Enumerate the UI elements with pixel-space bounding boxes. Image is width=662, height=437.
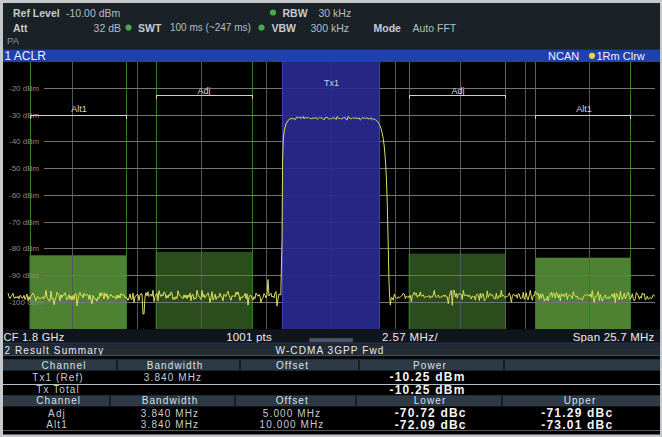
svg-text:NCAN: NCAN (548, 50, 579, 62)
svg-text:-60 dBm: -60 dBm (9, 191, 40, 200)
svg-text:Adj: Adj (451, 86, 464, 96)
svg-text:-20 dBm: -20 dBm (9, 84, 40, 93)
svg-text:30 kHz: 30 kHz (319, 7, 352, 19)
svg-text:Channel: Channel (42, 360, 87, 371)
svg-text:Alt1: Alt1 (576, 104, 592, 114)
svg-text:3.840 MHz: 3.840 MHz (144, 372, 202, 383)
svg-text:Auto FFT: Auto FFT (413, 22, 457, 34)
svg-text:2 Result Summary: 2 Result Summary (5, 345, 105, 356)
svg-text:Mode: Mode (374, 22, 402, 34)
svg-text:VBW: VBW (272, 22, 297, 34)
svg-text:-40 dBm: -40 dBm (9, 137, 40, 146)
svg-text:Att: Att (13, 22, 28, 34)
svg-text:1001 pts: 1001 pts (226, 331, 272, 343)
svg-text:Offset: Offset (276, 395, 309, 406)
svg-text:1 ACLR: 1 ACLR (5, 49, 47, 63)
svg-text:Adj: Adj (48, 408, 66, 419)
svg-text:-80 dBm: -80 dBm (9, 244, 40, 253)
svg-text:-50 dBm: -50 dBm (9, 164, 40, 173)
svg-text:Ref Level: Ref Level (13, 7, 60, 19)
svg-text:-10.00 dBm: -10.00 dBm (66, 7, 121, 19)
svg-text:Span 25.7 MHz: Span 25.7 MHz (573, 331, 655, 343)
svg-text:Bandwidth: Bandwidth (147, 360, 204, 371)
svg-text:Tx Total: Tx Total (36, 384, 80, 395)
svg-text:1Rm Clrw: 1Rm Clrw (597, 50, 645, 62)
svg-text:Channel: Channel (36, 395, 81, 406)
svg-text:2.57 MHz/: 2.57 MHz/ (382, 331, 438, 343)
svg-text:W-CDMA 3GPP Fwd: W-CDMA 3GPP Fwd (276, 345, 385, 356)
svg-text:100 ms (~247 ms): 100 ms (~247 ms) (170, 22, 251, 33)
svg-text:Alt1: Alt1 (71, 104, 87, 114)
svg-text:3.840 MHz: 3.840 MHz (141, 408, 199, 419)
svg-text:5.000 MHz: 5.000 MHz (263, 408, 321, 419)
svg-text:Tx1 (Ref): Tx1 (Ref) (32, 372, 84, 383)
svg-text:Upper: Upper (564, 395, 597, 406)
svg-text:SWT: SWT (138, 22, 162, 34)
svg-text:-73.01 dBc: -73.01 dBc (541, 418, 613, 432)
svg-text:-90 dBm: -90 dBm (9, 271, 40, 280)
svg-text:PA: PA (7, 35, 20, 46)
svg-text:Alt1: Alt1 (46, 419, 68, 430)
svg-text:Power: Power (413, 360, 447, 371)
svg-text:32 dB: 32 dB (94, 22, 121, 34)
svg-text:10.000 MHz: 10.000 MHz (260, 419, 325, 430)
svg-text:Lower: Lower (414, 395, 447, 406)
svg-text:Bandwidth: Bandwidth (142, 395, 199, 406)
svg-text:-70 dBm: -70 dBm (9, 218, 40, 227)
svg-text:-72.09 dBc: -72.09 dBc (395, 418, 467, 432)
svg-text:Tx1: Tx1 (324, 78, 339, 88)
svg-text:3.840 MHz: 3.840 MHz (141, 419, 199, 430)
svg-text:300 kHz: 300 kHz (311, 22, 350, 34)
svg-text:RBW: RBW (283, 7, 308, 19)
svg-text:CF 1.8 GHz: CF 1.8 GHz (4, 331, 65, 343)
svg-text:Offset: Offset (276, 360, 309, 371)
svg-text:Adj: Adj (197, 86, 210, 96)
